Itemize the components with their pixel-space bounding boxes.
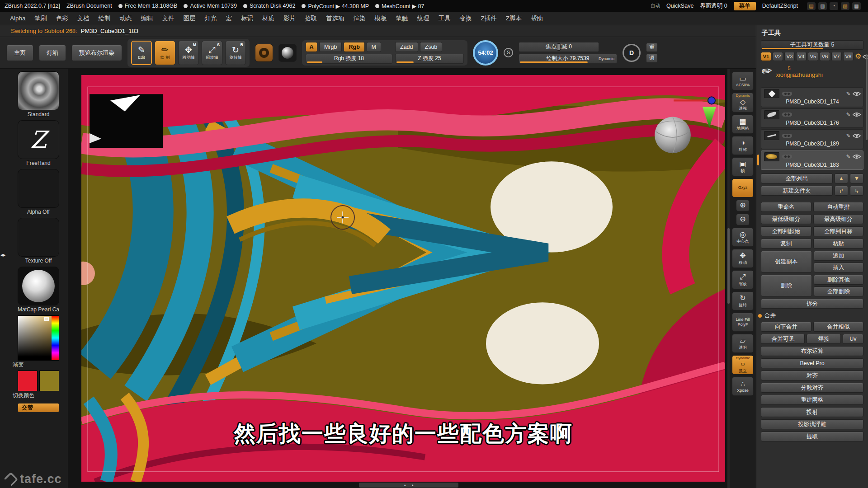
panel-scrollbar[interactable] — [866, 54, 868, 140]
quicksave-timer[interactable]: 54:02 — [473, 40, 498, 66]
draw-mode-button[interactable]: ✏ 绘 制 — [155, 41, 175, 65]
xpose-button[interactable]: ∴ Xpose — [732, 377, 754, 396]
visible-count-slider[interactable]: 子工具可见数量 5 — [761, 40, 863, 50]
edit-mode-button[interactable]: ✎ Edit — [131, 41, 152, 65]
color-picker[interactable] — [18, 315, 59, 361]
subtool-item[interactable]: ✎ PM3D_Cube3D1_176 — [761, 108, 863, 128]
document[interactable]: 然后找一些良好的一些配色方案啊 — [81, 75, 725, 482]
frame-button[interactable]: ▣ 帧 — [732, 157, 754, 176]
polyframe-button[interactable]: Line Fill PolyF — [732, 313, 754, 332]
menu-button[interactable]: 菜单 — [734, 2, 756, 10]
panel-divider-handle[interactable]: ◀▶ — [0, 253, 5, 257]
m-button[interactable]: M — [367, 42, 381, 52]
menu-draw[interactable]: 绘制 — [94, 14, 115, 23]
tab-v4[interactable]: V4 — [796, 52, 807, 61]
delete-all-button[interactable]: 全部删除 — [814, 286, 864, 296]
d-dial-button[interactable]: D — [623, 44, 641, 62]
align-button[interactable]: 对齐 — [761, 371, 863, 380]
eye-icon[interactable] — [853, 133, 861, 138]
sphere-mini-icon[interactable]: ◔ — [830, 2, 838, 10]
highest-subdiv-button[interactable]: 最高级细分 — [813, 214, 864, 224]
torus-icon-button[interactable] — [255, 44, 273, 62]
menu-zplugin[interactable]: Z插件 — [476, 14, 501, 23]
menu-dynamic[interactable]: 动态 — [115, 14, 137, 23]
menu-brush[interactable]: 笔刷 — [30, 14, 52, 23]
z-intensity-slider[interactable]: Z 强度 25 — [395, 54, 464, 64]
material-thumbnail[interactable] — [18, 267, 59, 305]
zoom-canvas-button[interactable]: ⤢ 缩放 — [732, 270, 754, 289]
tab-v1[interactable]: V1 — [761, 52, 771, 61]
rotate-canvas-button[interactable]: ↻ 旋转 — [732, 291, 754, 310]
delete-other-button[interactable]: 删除其他 — [814, 275, 864, 285]
duplicate-button[interactable]: 创建副本 — [761, 251, 812, 272]
subtool-title[interactable]: 子工具 — [761, 28, 863, 38]
eye-icon[interactable] — [853, 91, 861, 96]
copy-button[interactable]: 复制 — [761, 239, 811, 249]
pen-icon[interactable]: ✎ — [846, 91, 850, 96]
home-button[interactable]: 主页 — [6, 45, 33, 61]
all-to-target-button[interactable]: 全部到目标 — [813, 226, 864, 236]
tab-v2[interactable]: V2 — [773, 52, 783, 61]
menu-edit[interactable]: 编辑 — [137, 14, 158, 23]
scroll-up-icon[interactable]: ▲ — [411, 483, 414, 487]
zadd-button[interactable]: Zadd — [395, 42, 418, 52]
menu-color[interactable]: 色彩 — [52, 14, 73, 23]
a-button[interactable]: A — [306, 42, 317, 52]
lightbox-button[interactable]: 灯箱 — [39, 45, 66, 61]
move-out-folder-button[interactable]: ↱ — [835, 186, 848, 196]
horizontal-scrollbar[interactable]: ▲ ▲ — [359, 483, 458, 488]
polypaint-toggle[interactable] — [782, 134, 792, 138]
menu-tool[interactable]: 工具 — [434, 14, 455, 23]
folder-name[interactable]: xiongjiazhuangshi — [776, 71, 822, 78]
eye-icon[interactable] — [853, 112, 861, 117]
adjust-button[interactable]: 调 — [646, 54, 658, 63]
merge-similar-button[interactable]: 合并相似 — [813, 322, 864, 332]
hue-strip[interactable] — [52, 316, 59, 360]
paste-button[interactable]: 粘贴 — [813, 239, 864, 249]
project-button[interactable]: 投射 — [761, 407, 863, 417]
transparency-button[interactable]: ▱ 透明 — [732, 334, 754, 353]
merge-visible-button[interactable]: 合并可见 — [761, 334, 805, 344]
menu-preferences[interactable]: 首选项 — [321, 14, 349, 23]
draw-size-slider[interactable]: 绘制大小 79.7539 Dynamic — [519, 54, 617, 64]
polypaint-toggle[interactable] — [782, 155, 792, 159]
texture-thumbnail[interactable] — [18, 218, 59, 257]
insert-button[interactable]: 插入 — [814, 263, 864, 272]
focal-shift-slider[interactable]: 焦点衰减 0 — [519, 42, 599, 52]
menu-render[interactable]: 渲染 — [349, 14, 370, 23]
saturation-square[interactable] — [18, 316, 52, 360]
scroll-thumb[interactable] — [727, 228, 730, 304]
pen-icon[interactable]: ✎ — [846, 133, 850, 138]
gxyz-button[interactable]: Gxyz — [732, 178, 754, 197]
local-symmetry-button[interactable]: ◑ 对称 — [732, 136, 754, 155]
bevel-pro-button[interactable]: Bevel Pro — [761, 358, 863, 368]
move-down-button[interactable]: ▼ — [850, 174, 863, 183]
move-gizmo-button[interactable]: M ✥ 移动轴 — [178, 41, 199, 65]
menu-layer[interactable]: 图层 — [179, 14, 200, 23]
mrgb-button[interactable]: Mrgb — [319, 42, 342, 52]
merge-down-button[interactable]: 向下合并 — [761, 322, 811, 332]
tab-v5[interactable]: V5 — [808, 52, 818, 61]
rename-button[interactable]: 重命名 — [761, 202, 811, 212]
secondary-color-swatch[interactable] — [39, 371, 59, 391]
floor-grid-button[interactable]: ▦ 地网格 — [732, 115, 754, 134]
vertical-scrollbar[interactable] — [727, 69, 730, 488]
pen-icon[interactable]: ✎ — [846, 112, 850, 117]
new-folder-button[interactable]: 新建文件夹 — [761, 186, 833, 196]
boolean-button[interactable]: 布尔运算 — [761, 346, 863, 356]
all-to-start-button[interactable]: 全部到起始 — [761, 226, 811, 236]
subtool-item[interactable]: ✎ PM3D_Cube3D1_189 — [761, 129, 863, 149]
tab-v3[interactable]: V3 — [784, 52, 795, 61]
brush-thumbnail[interactable] — [18, 71, 59, 110]
polypaint-toggle[interactable] — [782, 92, 792, 96]
center-point-button[interactable]: ◎ 中心点 — [732, 228, 754, 247]
move-into-folder-button[interactable]: ↳ — [850, 186, 863, 196]
distribute-button[interactable]: 分散对齐 — [761, 383, 863, 393]
list-all-button[interactable]: 全部列出 — [761, 174, 833, 183]
menu-movie[interactable]: 影片 — [279, 14, 300, 23]
rgb-intensity-slider[interactable]: Rgb 强度 18 — [306, 54, 392, 64]
stroke-thumbnail[interactable]: Z — [18, 120, 59, 159]
menu-stroke[interactable]: 笔触 — [392, 14, 413, 23]
palette-icon[interactable]: ▨ — [841, 2, 849, 10]
aa-half-button[interactable]: ▭ AC50% — [732, 71, 754, 90]
